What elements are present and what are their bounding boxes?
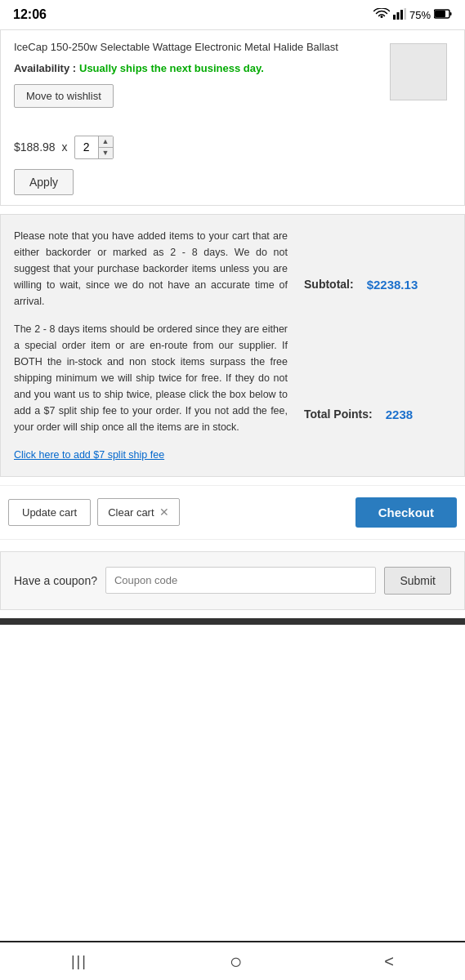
apply-button[interactable]: Apply [14,169,74,195]
nav-home-icon[interactable]: ○ [230,949,243,974]
subtotal-label: Subtotal: [304,278,354,291]
battery-icon [434,9,452,21]
battery-text: 75% [409,9,431,21]
svg-rect-3 [404,8,406,20]
status-icons: 75% [373,8,452,22]
totals-col: Subtotal: $2238.13 Total Points: 2238 [304,228,451,463]
svg-rect-1 [396,12,399,20]
bottom-nav-bar: ||| ○ < [0,941,465,980]
subtotal-value: $2238.13 [367,278,418,292]
svg-rect-6 [450,12,452,16]
coupon-input[interactable] [105,567,376,594]
clear-cart-label: Clear cart [108,506,154,519]
cart-left-buttons: Update cart Clear cart ✕ [8,498,180,526]
info-paragraph-1: Please note that you have added items to… [14,228,288,310]
wifi-icon [373,8,390,22]
product-section: IceCap 150-250w Selectable Wattage Elect… [0,29,465,206]
product-image [390,43,447,100]
clear-cart-icon: ✕ [159,506,169,519]
price-qty-row: $188.98 x ▲ ▼ [14,136,378,159]
checkout-button[interactable]: Checkout [355,497,457,528]
status-time: 12:06 [13,7,47,22]
total-points-row: Total Points: 2238 [304,408,413,421]
coupon-label: Have a coupon? [14,574,97,587]
availability-label: Availability : [14,62,76,74]
bottom-divider [0,618,465,625]
clear-cart-button[interactable]: Clear cart ✕ [97,498,179,526]
info-paragraph-2: The 2 - 8 days items should be ordered s… [14,321,288,435]
price-text: $188.98 [14,140,56,154]
info-text-col: Please note that you have added items to… [14,228,288,463]
nav-menu-icon[interactable]: ||| [71,953,87,970]
coupon-section: Have a coupon? Submit [0,551,465,610]
total-points-value: 2238 [386,408,413,421]
quantity-input[interactable] [75,139,98,155]
total-points-label: Total Points: [304,408,373,421]
nav-back-icon[interactable]: < [384,952,394,971]
svg-rect-0 [393,15,396,20]
qty-x-label: x [62,140,68,154]
svg-rect-2 [400,10,403,20]
coupon-submit-button[interactable]: Submit [384,567,451,595]
quantity-input-wrapper: ▲ ▼ [74,136,114,159]
cart-actions: Update cart Clear cart ✕ Checkout [0,485,465,540]
availability-value: Usually ships the next business day. [79,62,264,74]
availability-row: Availability : Usually ships the next bu… [14,61,378,74]
qty-down-button[interactable]: ▼ [99,148,113,158]
status-bar: 12:06 75% [0,0,465,29]
update-cart-button[interactable]: Update cart [8,499,91,526]
split-ship-link[interactable]: Click here to add $7 split ship fee [14,449,164,461]
qty-arrows: ▲ ▼ [98,136,113,158]
signal-icon [393,8,406,22]
info-box: Please note that you have added items to… [0,214,465,477]
product-name: IceCap 150-250w Selectable Wattage Elect… [14,40,378,55]
subtotal-row: Subtotal: $2238.13 [304,278,418,292]
wishlist-button[interactable]: Move to wishlist [14,84,114,108]
product-info: IceCap 150-250w Selectable Wattage Elect… [14,40,386,195]
svg-rect-5 [435,11,445,17]
qty-up-button[interactable]: ▲ [99,136,113,148]
product-image-col [386,40,451,195]
